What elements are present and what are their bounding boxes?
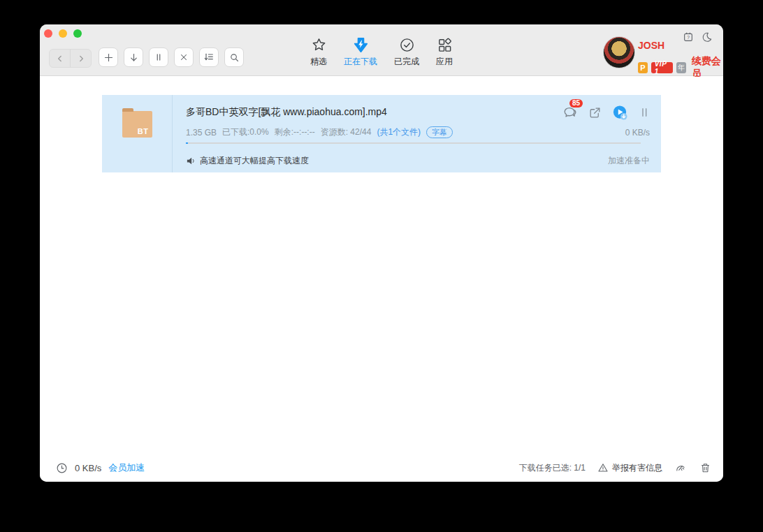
progress-bar	[186, 142, 641, 144]
user-avatar[interactable]	[603, 36, 635, 68]
close-icon	[179, 52, 189, 62]
bt-folder-icon: BT	[122, 111, 152, 138]
back-button[interactable]	[50, 50, 70, 67]
status-bar: 0 KB/s 会员加速 下载任务已选: 1/1 举报有害信息	[40, 454, 723, 482]
minimize-window-button[interactable]	[59, 29, 67, 38]
nav-history-group	[49, 49, 92, 68]
clock-icon	[56, 462, 68, 474]
zoom-window-button[interactable]	[73, 29, 82, 38]
vip-badge: VIP 1	[651, 62, 673, 73]
task-speed: 0 KB/s	[625, 128, 650, 138]
comments-button[interactable]: 85	[562, 105, 578, 120]
report-label: 举报有害信息	[612, 462, 662, 474]
app-window: 精选 正在下载 已完成 应用	[40, 24, 723, 482]
trash-button[interactable]	[699, 461, 711, 474]
play-while-download-button[interactable]	[612, 105, 628, 121]
tab-label: 应用	[436, 56, 453, 68]
chevron-left-icon	[55, 54, 65, 64]
dark-mode-moon-icon[interactable]	[702, 31, 713, 43]
tab-completed[interactable]: 已完成	[394, 37, 419, 68]
selected-count: 下载任务已选: 1/1	[519, 462, 586, 474]
star-icon	[311, 37, 327, 53]
play-circle-download-icon	[612, 105, 628, 121]
task-stats: 1.35 GB 已下载:0.0% 剩余:--:--:-- 资源数: 42/44 …	[186, 126, 650, 138]
tab-downloading[interactable]: 正在下载	[344, 37, 377, 68]
plus-icon	[103, 52, 114, 63]
comment-count-badge: 85	[569, 99, 583, 108]
tab-apps[interactable]: 应用	[436, 37, 453, 68]
sort-list-icon	[203, 52, 215, 63]
svg-text:?: ?	[687, 35, 690, 40]
task-filename: 多哥BD中英双字[飘花 www.piaohua.com].mp4	[186, 106, 562, 119]
main-tabs: 精选 正在下载 已完成 应用	[310, 37, 453, 68]
task-size: 1.35 GB	[186, 128, 217, 138]
start-download-button[interactable]	[124, 47, 143, 67]
speedup-promo-row: 高速通道可大幅提高下载速度 加速准备中	[186, 149, 650, 172]
task-remaining: 剩余:--:--:--	[275, 126, 315, 138]
forward-button[interactable]	[70, 50, 91, 67]
p-badge: P	[638, 62, 648, 73]
corner-icons: ?	[683, 31, 713, 43]
pause-icon	[154, 52, 164, 62]
open-folder-button[interactable]	[588, 106, 602, 119]
warning-triangle-icon	[597, 462, 609, 473]
speaker-icon	[186, 156, 196, 166]
download-task-row[interactable]: BT 多哥BD中英双字[飘花 www.piaohua.com].mp4 85	[102, 95, 661, 172]
speedometer-icon	[674, 462, 688, 474]
pause-task-button[interactable]	[149, 47, 168, 67]
toolbar: 精选 正在下载 已完成 应用	[40, 24, 723, 76]
search-icon	[229, 52, 240, 63]
delete-task-button[interactable]	[174, 47, 194, 67]
promo-text[interactable]: 高速通道可大幅提高下载速度	[200, 155, 309, 167]
traffic-lights	[44, 29, 82, 38]
task-downloaded: 已下载:0.0%	[222, 126, 269, 138]
share-open-icon	[588, 106, 602, 119]
download-list: BT 多哥BD中英双字[飘花 www.piaohua.com].mp4 85	[40, 77, 723, 454]
close-window-button[interactable]	[44, 29, 52, 38]
apps-grid-icon	[437, 37, 453, 53]
sort-tasks-button[interactable]	[199, 47, 219, 67]
tab-label: 已完成	[394, 56, 419, 68]
pause-this-task-button[interactable]	[639, 106, 650, 119]
checkin-calendar-icon[interactable]: ?	[683, 31, 694, 43]
year-badge: 年	[676, 62, 686, 73]
accel-status: 加速准备中	[608, 155, 650, 167]
task-icon-column: BT	[102, 95, 173, 172]
check-circle-icon	[399, 37, 415, 53]
subtitle-badge[interactable]: 字幕	[426, 126, 453, 138]
pause-bars-icon	[639, 106, 650, 119]
task-toolbar	[99, 47, 244, 67]
global-speed: 0 KB/s	[75, 463, 101, 473]
bt-folder-label: BT	[138, 127, 149, 135]
task-file-count[interactable]: (共1个文件)	[377, 126, 421, 138]
new-task-button[interactable]	[99, 47, 118, 67]
arrow-down-icon	[129, 52, 139, 63]
downloading-bolt-icon	[353, 37, 369, 53]
speed-test-button[interactable]	[674, 462, 688, 474]
member-accel-link[interactable]: 会员加速	[108, 461, 145, 474]
tab-featured[interactable]: 精选	[310, 37, 327, 68]
search-button[interactable]	[224, 47, 244, 67]
task-actions: 85	[562, 105, 650, 121]
progress-fill	[186, 142, 188, 144]
tab-label: 正在下载	[344, 56, 377, 68]
username[interactable]: JOSH	[638, 40, 664, 51]
chevron-right-icon	[76, 54, 86, 64]
task-resources: 资源数: 42/44	[321, 126, 372, 138]
trash-icon	[699, 461, 711, 474]
tab-label: 精选	[310, 56, 327, 68]
task-details: 多哥BD中英双字[飘花 www.piaohua.com].mp4 85	[173, 95, 661, 172]
report-harmful-button[interactable]: 举报有害信息	[597, 462, 662, 474]
